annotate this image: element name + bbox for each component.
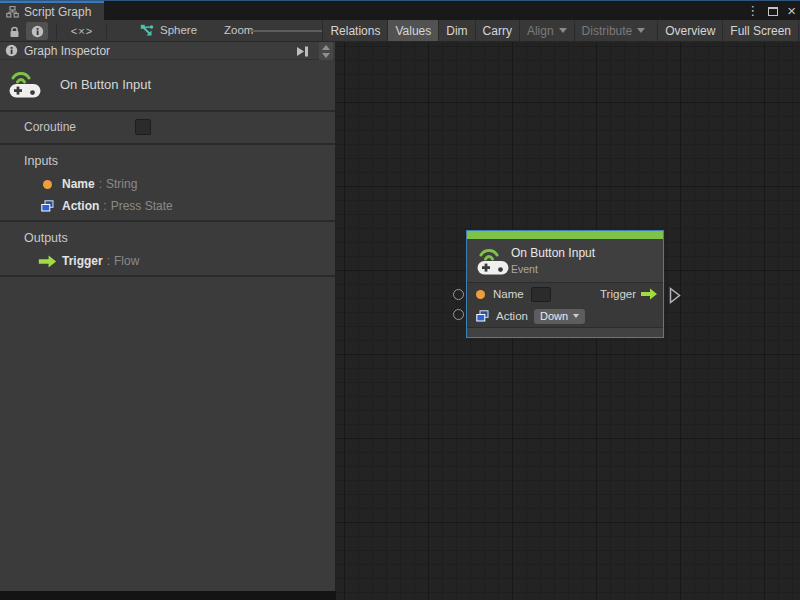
output-row-trigger: Trigger : Flow	[0, 251, 335, 271]
code-icon: <×>	[71, 25, 93, 37]
overview-button[interactable]: Overview	[657, 20, 722, 41]
inputs-section: Inputs Name : String Action : Press Stat…	[0, 145, 335, 220]
string-port-icon	[43, 180, 52, 189]
toolbar-button-group: Relations Values Dim Carry Align Distrib…	[322, 20, 799, 41]
graph-canvas[interactable]: On Button Input Event Name Trigger Actio…	[335, 42, 800, 600]
graph-target-label[interactable]: Sphere	[160, 20, 197, 41]
input-port-action[interactable]	[453, 309, 464, 320]
info-icon	[31, 25, 44, 38]
outputs-section: Outputs Trigger : Flow	[0, 222, 335, 275]
align-dropdown[interactable]: Align	[519, 20, 574, 41]
inputs-header: Inputs	[0, 154, 335, 172]
port-type: Press State	[111, 199, 173, 213]
distribute-dropdown[interactable]: Distribute	[574, 20, 653, 41]
chevron-down-icon	[573, 314, 579, 318]
chevron-down-icon	[559, 28, 567, 33]
graph-inspector-panel: Graph Inspector On Button Input Coroutin…	[0, 42, 336, 591]
on-button-input-node[interactable]: On Button Input Event Name Trigger Actio…	[466, 230, 664, 338]
lock-button[interactable]	[4, 22, 24, 40]
name-port-label: Name	[493, 288, 524, 300]
string-port-icon[interactable]	[476, 290, 485, 299]
trigger-port-label: Trigger	[600, 288, 636, 300]
window-maximize-icon[interactable]	[768, 7, 778, 16]
toolbar-separator	[106, 23, 107, 39]
node-subtitle: Event	[511, 263, 538, 275]
dock-panel-icon[interactable]	[296, 46, 309, 57]
node-body: Name Trigger Action Down	[467, 283, 663, 327]
window-close-icon[interactable]: ×	[787, 2, 796, 20]
action-dropdown[interactable]: Down	[534, 309, 585, 324]
tab-script-graph[interactable]: Script Graph	[0, 1, 104, 21]
chevron-up-icon	[322, 45, 330, 50]
window-controls: ⋮ ×	[746, 1, 796, 21]
outputs-header: Outputs	[0, 231, 335, 249]
flow-arrow-icon	[38, 255, 57, 268]
node-title: On Button Input	[511, 246, 595, 260]
input-row-action: Action : Press State	[0, 196, 335, 216]
zoom-label: Zoom	[224, 20, 253, 41]
input-row-name: Name : String	[0, 174, 335, 194]
port-type: String	[106, 177, 137, 191]
action-port-label: Action	[496, 310, 528, 322]
tab-title: Script Graph	[24, 5, 91, 19]
panel-scroll-spinner[interactable]	[319, 42, 333, 60]
node-color-bar	[467, 231, 663, 239]
full-screen-button[interactable]: Full Screen	[722, 20, 799, 41]
port-name: Trigger	[62, 254, 103, 268]
panel-bottom-shadow	[0, 591, 336, 600]
port-name: Name	[62, 177, 95, 191]
name-value-input[interactable]	[531, 287, 551, 302]
code-view-button[interactable]: <×>	[64, 22, 100, 40]
node-row-action: Action Down	[467, 305, 663, 327]
unit-title: On Button Input	[60, 77, 151, 92]
enum-port-icon	[41, 200, 54, 212]
toolbar-separator	[56, 23, 57, 39]
graph-pointer-icon	[140, 24, 154, 38]
node-footer	[467, 328, 663, 337]
relations-button[interactable]: Relations	[322, 20, 387, 41]
coroutine-label: Coroutine	[24, 120, 76, 134]
node-row-name: Name Trigger	[467, 283, 663, 305]
chevron-down-icon	[637, 28, 645, 33]
carry-button[interactable]: Carry	[475, 20, 519, 41]
inspector-toggle-button[interactable]	[26, 22, 48, 40]
tab-bar: Script Graph ⋮ ×	[0, 0, 800, 20]
graph-toolbar: <×> Sphere Zoom 1x Relations Values Dim …	[0, 20, 800, 42]
coroutine-checkbox[interactable]	[135, 119, 151, 135]
window-menu-icon[interactable]: ⋮	[746, 1, 759, 21]
graph-tab-icon	[6, 6, 19, 18]
port-name: Action	[62, 199, 99, 213]
dim-button[interactable]: Dim	[438, 20, 474, 41]
gamepad-icon	[8, 67, 42, 101]
enum-port-icon[interactable]	[476, 310, 489, 322]
input-port-name[interactable]	[453, 289, 464, 300]
gamepad-icon	[476, 246, 510, 276]
chevron-down-icon	[322, 53, 330, 58]
inspector-title: Graph Inspector	[24, 44, 110, 58]
inspector-header: Graph Inspector	[0, 42, 335, 60]
coroutine-row: Coroutine	[0, 112, 335, 143]
node-header[interactable]: On Button Input Event	[467, 239, 663, 282]
unit-title-section: On Button Input	[0, 60, 335, 110]
unity-script-graph-window: Script Graph ⋮ × <×>	[0, 0, 800, 600]
lock-icon	[9, 25, 20, 38]
values-button[interactable]: Values	[387, 20, 438, 41]
section-divider	[0, 275, 335, 277]
flow-arrow-icon[interactable]	[641, 288, 657, 300]
info-icon	[5, 44, 18, 57]
output-port-trigger[interactable]	[669, 287, 681, 304]
port-type: Flow	[114, 254, 139, 268]
